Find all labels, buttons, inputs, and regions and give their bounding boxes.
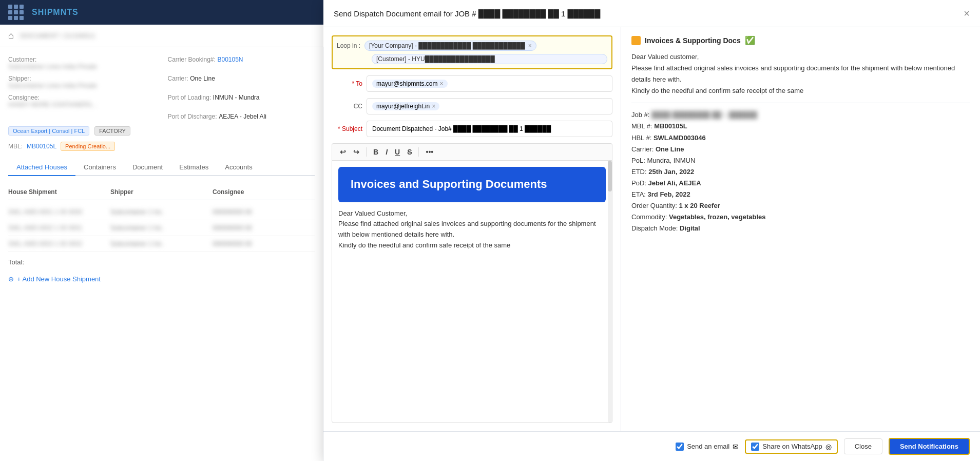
to-tag-remove[interactable]: × [440, 80, 444, 87]
cc-field[interactable]: mayur@jetfreight.in × [367, 98, 612, 114]
modal-title: Send Dispatch Document email for JOB # █… [334, 9, 600, 18]
email-greeting: Dear Valued Customer, [338, 208, 606, 219]
shipment-info-grid: Customer: Subcontainer Lines India Priva… [8, 55, 315, 120]
table-row: SWL-AMD-0002 1 00 0001 Subcontainer 1 In… [8, 220, 315, 236]
carrier-row: Carrier: One Line [168, 74, 315, 89]
to-field[interactable]: mayur@shipmnts.com × [367, 75, 612, 92]
customer-value: Subcontainer Lines India Private [8, 63, 156, 70]
preview-commodity: Commodity: Vegetables, frozen, vegetable… [631, 212, 970, 223]
loop-in-label: Loop in : [337, 42, 360, 49]
email-compose-panel: Loop in : [Your Company] - ████████████ … [323, 27, 621, 431]
editor-scroll-area[interactable]: Invoices and Supporting Documents Dear V… [332, 161, 612, 422]
consignee-cell: 000000000 00 [213, 208, 315, 216]
toolbar-bold[interactable]: B [371, 147, 381, 157]
carrier-booking-value[interactable]: B00105N [218, 56, 243, 63]
shipper-cell: Subcontainer 1 Inc. [110, 240, 213, 247]
email-body-line-1: Please find attached original sales invo… [338, 219, 606, 240]
tab-document[interactable]: Document [124, 159, 171, 176]
carrier-booking-row: Carrier Booking#: B00105N [168, 55, 315, 70]
preview-header: Invoices & Supporting Docs ✅ [631, 35, 970, 45]
email-icon: ✉ [733, 443, 739, 451]
home-icon[interactable]: ⌂ [8, 30, 14, 41]
tabs: Attached Houses Containers Document Esti… [8, 159, 315, 176]
preview-hbl: HBL #: SWLAMD003046 [631, 132, 970, 144]
preview-etd: ETD: 25th Jan, 2022 [631, 166, 970, 178]
subject-field[interactable]: Document Dispatched - Job# ████ ████████… [367, 121, 612, 137]
subject-row: * Subject Document Dispatched - Job# ███… [332, 121, 612, 137]
cc-label: CC [332, 103, 362, 110]
brand-name: SHIPMNTS [32, 8, 79, 17]
preview-eta: ETA: 3rd Feb, 2022 [631, 189, 970, 200]
toolbar-redo[interactable]: ↪ [351, 147, 362, 157]
modal-body: Loop in : [Your Company] - ████████████ … [323, 27, 980, 431]
cc-tag-remove[interactable]: × [432, 103, 435, 110]
modal-send-dispatch: Send Dispatch Document email for JOB # █… [323, 0, 980, 461]
preview-greeting: Dear Valued customer, [631, 51, 970, 63]
preview-pod: PoD: Jebel Ali, AEJEA [631, 178, 970, 189]
whatsapp-group: Share on WhatsApp ◎ [745, 439, 837, 454]
house-cell: SWL-AMD-0002 1 00 0001 [8, 224, 110, 232]
preview-title: Invoices & Supporting Docs [645, 36, 741, 45]
shipper-cell: Subcontainer 1 Inc. [110, 224, 213, 232]
shipper-cell: Subcontainer 1 Inc. [110, 208, 213, 216]
tab-attached-houses[interactable]: Attached Houses [8, 159, 75, 176]
pol-value: INMUN - Mundra [213, 94, 260, 101]
tab-accounts[interactable]: Accounts [217, 159, 260, 176]
col-house-shipment: House Shipment [8, 188, 110, 196]
preview-carrier: Carrier: One Line [631, 144, 970, 155]
loop-in-tag-company-remove[interactable]: × [528, 42, 532, 49]
email-preview-panel: Invoices & Supporting Docs ✅ Dear Valued… [621, 27, 980, 431]
cc-row: CC mayur@jetfreight.in × [332, 98, 612, 114]
col-consignee: Consignee [213, 188, 315, 196]
toolbar-strikethrough[interactable]: S [405, 147, 414, 157]
whatsapp-icon: ◎ [825, 443, 832, 451]
mbl-value[interactable]: MB00105L [27, 143, 56, 150]
tab-estimates[interactable]: Estimates [171, 159, 217, 176]
customer-row: Customer: Subcontainer Lines India Priva… [8, 55, 156, 70]
send-email-checkbox[interactable] [676, 443, 684, 451]
table-row: SWL-AMD-0003 1 00 0002 Subcontainer 1 In… [8, 236, 315, 252]
toolbar-separator-2 [418, 147, 419, 157]
editor-toolbar: ↩ ↪ B I U S ••• [332, 143, 612, 160]
house-cell: SWL-AMD-0003 1 00 0002 [8, 240, 110, 247]
tab-containers[interactable]: Containers [75, 159, 124, 176]
preview-body: Dear Valued customer, Please find attach… [631, 51, 970, 234]
toolbar-undo[interactable]: ↩ [337, 147, 349, 157]
preview-action: Kindly do the needful and confirm safe r… [631, 85, 970, 97]
modal-footer: Send an email ✉ Share on WhatsApp ◎ Clos… [323, 431, 980, 461]
badge-ocean-export: Ocean Export | Consol | FCL [8, 126, 89, 136]
modal-close-button[interactable]: × [964, 8, 970, 18]
badge-factory: FACTORY [94, 126, 130, 136]
email-body-line-2: Kindly do the needful and confirm safe r… [338, 240, 606, 251]
preview-job: Job #: ████ ████████ ██ 1 ██████ [631, 109, 970, 121]
loop-in-box: Loop in : [Your Company] - ████████████ … [332, 35, 612, 69]
shipper-row: Shipper: Subcontainer Lines India Privat… [8, 74, 156, 89]
preview-qty: Order Quantity: 1 x 20 Reefer [631, 200, 970, 212]
whatsapp-checkbox[interactable] [751, 443, 759, 451]
carrier-value: One Line [190, 75, 215, 82]
toolbar-italic[interactable]: I [383, 147, 390, 157]
scrollbar-thumb[interactable] [608, 161, 612, 191]
toolbar-underline[interactable]: U [392, 147, 402, 157]
mbl-status: Pending Creatio... [61, 142, 115, 151]
to-row: * To mayur@shipmnts.com × [332, 75, 612, 92]
preview-doc-icon [631, 36, 641, 45]
preview-pol: PoL: Mundra, INMUN [631, 155, 970, 166]
subject-label: * Subject [332, 125, 362, 132]
close-button[interactable]: Close [844, 438, 882, 454]
add-house-button[interactable]: ⊕ + Add New House Shipment [8, 272, 315, 286]
main-area: Customer: Subcontainer Lines India Priva… [0, 47, 980, 461]
shipment-panel: Customer: Subcontainer Lines India Priva… [0, 47, 323, 461]
send-email-group: Send an email ✉ [676, 443, 739, 451]
background-page: SHIPMNTS Job # ▼ ⌂ DOCUMENT / 21/100011 … [0, 0, 980, 461]
send-notifications-button[interactable]: Send Notifications [889, 438, 970, 455]
preview-body-text: Please find attached original sales invo… [631, 63, 970, 85]
pol-row: Port of Loading: INMUN - Mundra [168, 93, 315, 108]
email-editor[interactable]: Invoices and Supporting Documents Dear V… [332, 160, 612, 423]
loop-in-tag-company: [Your Company] - ████████████ ██████████… [364, 41, 536, 51]
toolbar-more[interactable]: ••• [423, 147, 436, 157]
email-banner-title: Invoices and Supporting Documents [351, 177, 593, 192]
pod-row: Port of Discharge: AEJEA - Jebel Ali [168, 112, 315, 120]
table-row: SWL-AMD-0001 1 00 0000 Subcontainer 1 In… [8, 204, 315, 220]
nav-grid-icon[interactable] [8, 5, 24, 20]
